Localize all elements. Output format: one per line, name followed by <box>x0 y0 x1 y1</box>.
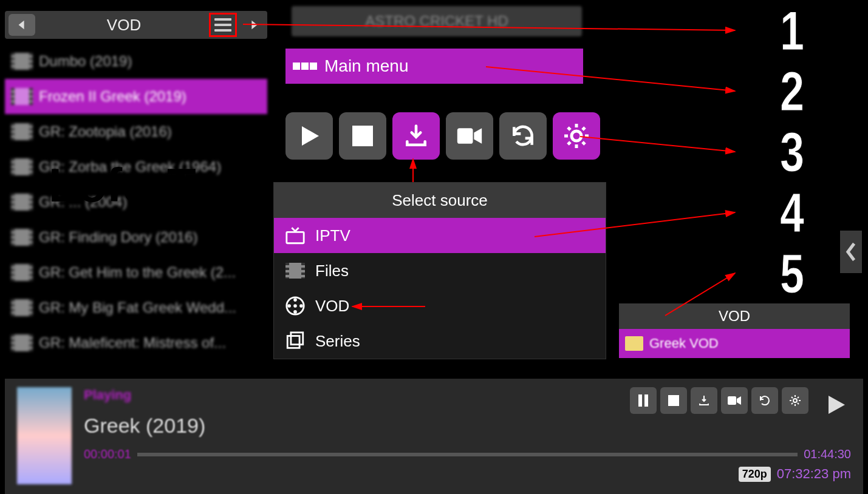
series-icon <box>284 331 307 351</box>
elapsed-time: 00:00:01 <box>84 447 131 461</box>
vod-icon <box>284 296 307 316</box>
callout-number-1: 1 <box>780 0 804 63</box>
vod-item-label: Dumbo (2019) <box>39 53 132 70</box>
record-button[interactable] <box>446 112 493 160</box>
svg-rect-20 <box>644 394 648 407</box>
main-menu-label: Main menu <box>324 56 409 76</box>
source-item-label: VOD <box>315 297 349 316</box>
source-item-iptv[interactable]: IPTV <box>274 218 606 253</box>
now-playing-title: Greek (2019) <box>84 414 851 438</box>
now-playing-poster <box>17 387 72 484</box>
gear-icon <box>788 393 802 408</box>
progress-row: 00:00:01 01:44:30 <box>84 447 851 461</box>
source-item-series[interactable]: Series <box>274 323 606 359</box>
film-icon <box>11 53 33 70</box>
vod-list-item[interactable]: GR: My Big Fat Greek Wedd... <box>5 290 267 325</box>
vod-header-bar: VOD <box>5 11 267 39</box>
vod-list-item[interactable]: GR: Maleficent: Mistress of... <box>5 325 267 360</box>
prev-category-button[interactable] <box>9 14 35 36</box>
progress-bar[interactable] <box>137 453 798 456</box>
total-duration: 01:44:30 <box>804 447 851 461</box>
source-item-label: Series <box>315 332 360 351</box>
callout-number-4: 4 <box>780 182 804 245</box>
vod-list-item[interactable]: GR: Finding Dory (2016) <box>5 220 267 255</box>
player-mini-controls <box>630 387 808 414</box>
main-menu-bar[interactable]: Main menu <box>285 49 583 84</box>
right-vod-title: VOD <box>619 303 850 329</box>
folder-icon <box>625 336 643 351</box>
chevron-left-icon <box>845 242 857 262</box>
triangle-right-icon <box>248 19 259 30</box>
refresh-button[interactable] <box>499 112 547 160</box>
mini-download-button[interactable] <box>691 387 717 414</box>
svg-rect-10 <box>287 336 299 348</box>
download-icon <box>697 393 711 408</box>
source-item-files[interactable]: Files <box>274 253 606 288</box>
vod-list-item[interactable]: GR: Zootopia (2016) <box>5 114 267 149</box>
mini-settings-button[interactable] <box>782 387 808 414</box>
svg-rect-3 <box>287 232 304 243</box>
control-buttons-row <box>285 112 600 160</box>
right-vod-panel: VOD Greek VOD <box>619 303 850 358</box>
mini-refresh-button[interactable] <box>751 387 778 414</box>
pause-icon <box>637 394 649 407</box>
callout-number-2: 2 <box>780 61 804 123</box>
vod-category-label: Greek VOD <box>649 336 719 351</box>
svg-line-14 <box>580 137 735 152</box>
film-icon <box>11 299 33 316</box>
vod-list-item[interactable]: Frozen II Greek (2019) <box>5 79 267 114</box>
gear-icon <box>562 121 591 151</box>
expand-right-button[interactable] <box>840 231 862 273</box>
category-title: VOD <box>39 16 209 35</box>
vod-item-label: Frozen II Greek (2019) <box>39 88 186 105</box>
select-source-title: Select source <box>274 183 606 218</box>
vod-category-item[interactable]: Greek VOD <box>619 329 850 358</box>
settings-button[interactable] <box>553 112 600 160</box>
callout-number-5: 5 <box>780 243 804 305</box>
vod-list-item[interactable]: Dumbo (2019) <box>5 44 267 79</box>
film-icon <box>11 88 33 105</box>
next-category-button[interactable] <box>241 14 267 36</box>
play-icon <box>827 396 845 414</box>
quality-badge: 720p <box>739 467 771 482</box>
stop-icon <box>668 395 679 406</box>
menu-button[interactable] <box>209 13 237 37</box>
callout-number-3: 3 <box>780 121 804 184</box>
camera-icon <box>456 127 483 145</box>
triangle-left-icon <box>16 19 27 30</box>
film-icon <box>11 123 33 140</box>
vod-item-label: GR: Get Him to the Greek (2... <box>39 264 236 281</box>
svg-rect-1 <box>457 128 473 144</box>
vod-item-label: GR: Finding Dory (2016) <box>39 229 197 246</box>
svg-rect-11 <box>291 333 303 345</box>
player-play-button[interactable] <box>827 396 845 416</box>
film-icon <box>11 158 33 175</box>
stop-button[interactable] <box>339 112 386 160</box>
refresh-icon <box>757 393 772 408</box>
refresh-icon <box>510 123 536 149</box>
source-item-label: IPTV <box>315 226 350 245</box>
download-button[interactable] <box>392 112 440 160</box>
mini-pause-button[interactable] <box>630 387 657 414</box>
play-button[interactable] <box>285 112 333 160</box>
svg-point-8 <box>287 304 291 308</box>
mini-stop-button[interactable] <box>660 387 687 414</box>
camera-icon <box>727 396 742 405</box>
hamburger-icon <box>214 18 231 21</box>
vod-item-label: GR: Maleficent: Mistress of... <box>39 334 226 351</box>
source-item-label: Files <box>315 262 349 280</box>
svg-point-2 <box>572 131 581 141</box>
vod-list-item[interactable]: GR: Get Him to the Greek (2... <box>5 255 267 290</box>
source-item-vod[interactable]: VOD <box>274 288 606 323</box>
mini-record-button[interactable] <box>721 387 748 414</box>
svg-point-6 <box>293 298 297 302</box>
film-icon <box>11 264 33 281</box>
svg-rect-0 <box>352 126 373 146</box>
film-icon <box>11 334 33 351</box>
select-source-panel: Select source IPTVFilesVODSeries <box>273 182 606 359</box>
main-menu-icons <box>293 63 317 70</box>
stop-icon <box>352 126 373 146</box>
film-icon <box>11 229 33 246</box>
files-icon <box>284 261 307 280</box>
play-icon <box>297 124 321 148</box>
